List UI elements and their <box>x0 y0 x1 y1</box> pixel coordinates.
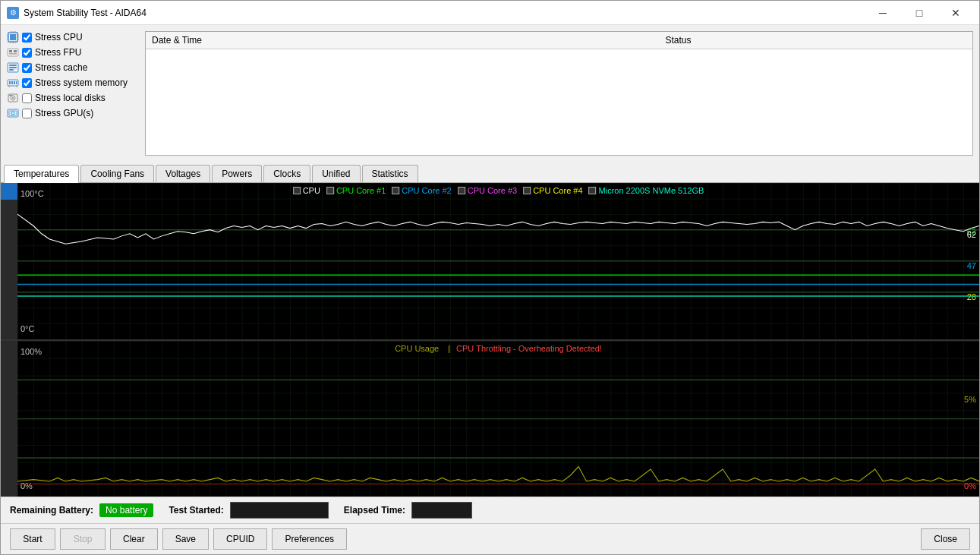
legend-nvme: Micron 2200S NVMe 512GB <box>589 186 704 195</box>
stress-gpu-label: Stress GPU(s) <box>35 108 93 118</box>
remaining-battery-label: Remaining Battery: <box>10 505 93 516</box>
svg-rect-21 <box>9 69 14 71</box>
stress-memory-checkbox[interactable] <box>22 78 32 88</box>
test-started-value <box>230 502 329 519</box>
cpu-throttle-label: CPU Throttling - Overheating Detected! <box>456 344 602 353</box>
fpu-icon <box>7 46 19 58</box>
cpu-usage-label: CPU Usage <box>395 344 439 353</box>
tab-unified[interactable]: Unified <box>312 165 360 182</box>
log-col-datetime: Date & Time <box>146 32 659 49</box>
title-bar: ⚙ System Stability Test - AIDA64 ─ □ ✕ <box>1 1 979 25</box>
cpu-chart-indicator <box>1 341 17 497</box>
close-button[interactable]: Close <box>921 528 970 550</box>
svg-rect-20 <box>9 67 17 68</box>
temp-legend: CPU CPU Core #1 CPU Core #2 CPU Cor <box>293 186 704 195</box>
clear-button[interactable]: Clear <box>110 528 158 550</box>
save-button[interactable]: Save <box>162 528 209 550</box>
temp-chart-svg <box>17 183 979 339</box>
tab-temperatures[interactable]: Temperatures <box>4 165 79 183</box>
stress-memory-item[interactable]: Stress system memory <box>7 77 139 89</box>
temp-chart: CPU CPU Core #1 CPU Core #2 CPU Cor <box>17 183 979 339</box>
tab-voltages[interactable]: Voltages <box>156 165 210 182</box>
cache-icon <box>7 61 19 74</box>
stress-fpu-label: Stress FPU <box>35 47 81 58</box>
cpu-chart: CPU Usage | CPU Throttling - Overheating… <box>17 341 979 497</box>
window-controls: ─ □ ✕ <box>865 1 973 25</box>
charts-section: CPU CPU Core #1 CPU Core #2 CPU Cor <box>1 183 979 497</box>
main-content: Stress CPU Stress FPU <box>1 25 979 554</box>
stress-gpu-item[interactable]: Stress GPU(s) <box>7 107 139 119</box>
svg-rect-16 <box>14 50 17 52</box>
stress-fpu-item[interactable]: Stress FPU <box>7 46 139 58</box>
stress-disk-item[interactable]: Stress local disks <box>7 92 139 104</box>
cpuid-button[interactable]: CPUID <box>213 528 267 550</box>
log-col-status: Status <box>659 32 972 49</box>
battery-value: No battery <box>99 503 153 517</box>
stress-options-panel: Stress CPU Stress FPU <box>1 25 145 162</box>
svg-rect-25 <box>14 81 15 84</box>
stress-disk-checkbox[interactable] <box>22 93 32 103</box>
ram-icon <box>7 77 19 89</box>
stress-cache-label: Stress cache <box>35 62 87 73</box>
svg-rect-1 <box>10 34 16 40</box>
temp-chart-indicator <box>1 183 17 339</box>
stress-fpu-checkbox[interactable] <box>22 48 32 58</box>
maximize-button[interactable]: □ <box>902 1 937 25</box>
close-window-button[interactable]: ✕ <box>938 1 973 25</box>
tab-statistics[interactable]: Statistics <box>362 165 418 182</box>
tab-powers[interactable]: Powers <box>212 165 262 182</box>
cpu-chart-svg <box>17 341 979 497</box>
disk-icon <box>7 92 19 104</box>
legend-core4: CPU Core #4 <box>523 186 582 195</box>
stress-memory-label: Stress system memory <box>35 77 128 88</box>
legend-core1: CPU Core #1 <box>326 186 386 195</box>
svg-rect-26 <box>16 81 17 84</box>
app-icon: ⚙ <box>7 7 19 19</box>
legend-cpu: CPU <box>293 186 320 195</box>
minimize-button[interactable]: ─ <box>865 1 900 25</box>
cpu-legend: CPU Usage | CPU Throttling - Overheating… <box>395 344 602 353</box>
legend-core3: CPU Core #3 <box>458 186 517 195</box>
stress-cache-checkbox[interactable] <box>22 63 32 73</box>
svg-point-31 <box>12 97 14 99</box>
legend-core2: CPU Core #2 <box>392 186 451 195</box>
stress-disk-label: Stress local disks <box>35 93 106 103</box>
cpu-icon <box>7 31 19 43</box>
stress-gpu-checkbox[interactable] <box>22 109 32 118</box>
preferences-button[interactable]: Preferences <box>272 528 347 550</box>
svg-rect-23 <box>9 81 11 84</box>
top-section: Stress CPU Stress FPU <box>1 25 979 162</box>
tab-clocks[interactable]: Clocks <box>263 165 310 182</box>
status-bar: Remaining Battery: No battery Test Start… <box>1 497 979 523</box>
stress-cpu-checkbox[interactable] <box>22 33 32 43</box>
elapsed-time-label: Elapsed Time: <box>344 505 405 516</box>
stress-cpu-item[interactable]: Stress CPU <box>7 31 139 43</box>
test-started-label: Test Started: <box>169 505 223 516</box>
start-button[interactable]: Start <box>10 528 55 550</box>
log-panel: Date & Time Status <box>145 31 973 156</box>
svg-rect-24 <box>11 81 13 84</box>
stop-button[interactable]: Stop <box>60 528 106 550</box>
cpu-chart-wrapper: CPU Usage | CPU Throttling - Overheating… <box>1 341 979 497</box>
tabs-bar: Temperatures Cooling Fans Voltages Power… <box>1 162 979 183</box>
temp-chart-wrapper: CPU CPU Core #1 CPU Core #2 CPU Cor <box>1 183 979 341</box>
stress-cpu-label: Stress CPU <box>35 32 83 43</box>
svg-rect-17 <box>9 53 17 55</box>
gpu-icon <box>7 107 19 119</box>
svg-rect-15 <box>9 50 12 52</box>
window-title: System Stability Test - AIDA64 <box>24 8 865 18</box>
main-window: ⚙ System Stability Test - AIDA64 ─ □ ✕ <box>0 0 980 555</box>
log-table: Date & Time Status <box>146 32 972 49</box>
svg-point-35 <box>11 112 14 115</box>
elapsed-time-value <box>411 502 472 519</box>
svg-rect-19 <box>9 65 17 66</box>
tab-cooling-fans[interactable]: Cooling Fans <box>80 165 154 182</box>
action-bar: Start Stop Clear Save CPUID Preferences … <box>1 523 979 554</box>
stress-cache-item[interactable]: Stress cache <box>7 61 139 74</box>
svg-rect-32 <box>9 95 12 96</box>
